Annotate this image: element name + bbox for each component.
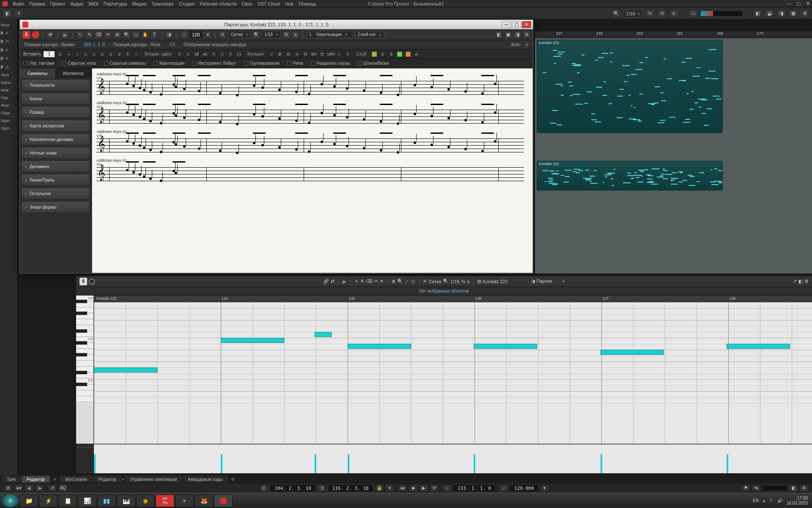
- track-row[interactable]: K: [0, 54, 17, 63]
- inspector-toggle-icon[interactable]: ◧: [3, 9, 12, 18]
- tempo-note-icon[interactable]: ♩: [499, 484, 508, 492]
- enh-natural-icon[interactable]: ♮: [219, 51, 225, 57]
- tab-symbols[interactable]: Символы: [20, 68, 56, 78]
- ke-snap-icon[interactable]: ✕: [423, 279, 427, 284]
- zoom2-icon[interactable]: 🔍: [252, 31, 260, 39]
- position-note-icon[interactable]: ♪: [442, 484, 452, 492]
- staff[interactable]: Addictive Keys 01161𝄞: [96, 101, 524, 127]
- fn-xy-icon[interactable]: X/Y: [311, 51, 317, 57]
- ke-part-select-dropdown[interactable]: Kontakt 222: [483, 279, 529, 284]
- staff[interactable]: Addictive Keys 01169𝄞: [96, 158, 524, 184]
- fn-upd-icon[interactable]: UPD: [328, 51, 334, 57]
- fn-beam-icon[interactable]: ≡: [294, 51, 300, 57]
- panel-bottom-icon[interactable]: ⬓: [765, 9, 774, 18]
- layer-3-button[interactable]: 3: [388, 51, 394, 57]
- ke-mute-icon[interactable]: ✕: [380, 279, 384, 284]
- ke-showpart-icon[interactable]: ♯: [562, 279, 565, 284]
- taskbar-notes-icon[interactable]: 📋: [58, 494, 77, 507]
- acc-line-trill[interactable]: Линия/Трель: [22, 174, 90, 186]
- filter-rhythm[interactable]: Ритм: [287, 61, 303, 66]
- punch-in-icon[interactable]: ◂|: [25, 484, 34, 492]
- menu-scores[interactable]: Партитуры: [104, 1, 127, 6]
- ke-autoscroll-icon[interactable]: ⇄: [331, 279, 335, 284]
- ke-popout-icon[interactable]: ↗: [793, 279, 797, 284]
- filter-stems[interactable]: Штили/Вязки: [358, 61, 389, 66]
- locator-left-icon[interactable]: ⊏: [259, 484, 269, 492]
- l-button[interactable]: L: [57, 51, 63, 57]
- midi-note[interactable]: [601, 350, 664, 355]
- taskbar-app3-icon[interactable]: ✦: [175, 494, 194, 507]
- track-row[interactable]: Д: [0, 63, 17, 71]
- ke-part-label-dropdown[interactable]: ◑ Партия: [531, 279, 561, 284]
- marker-icon[interactable]: ⚑: [741, 484, 750, 492]
- enh-flat-icon[interactable]: ♭: [185, 51, 191, 57]
- midi-clip[interactable]: Kontakt 222: [537, 40, 723, 133]
- filter-bars[interactable]: Упр. тактами: [23, 61, 54, 66]
- snap-type-dropdown[interactable]: Сетка: [228, 31, 250, 39]
- tab-inspector[interactable]: Инспектор: [56, 68, 92, 78]
- fn-flip-icon[interactable]: ⇵: [277, 51, 283, 57]
- punch-out-icon[interactable]: |▸: [35, 484, 44, 492]
- taskbar-eq-icon[interactable]: ▮▮: [97, 494, 116, 507]
- panel-racks-icon[interactable]: ▦: [788, 9, 798, 18]
- midi-note[interactable]: [348, 344, 411, 349]
- enh-q2-icon[interactable]: ?: [228, 51, 233, 57]
- taskbar-firefox-icon[interactable]: 🦊: [195, 494, 213, 507]
- split-tool-icon[interactable]: ✂: [104, 31, 112, 39]
- layer-l-button[interactable]: L: [397, 51, 403, 57]
- layer-a-button[interactable]: A: [414, 51, 420, 57]
- tempo-field[interactable]: 120: [189, 31, 202, 39]
- enh-no-icon[interactable]: no: [202, 51, 208, 57]
- velocity-bar[interactable]: [727, 454, 728, 473]
- punch-icon[interactable]: ●▾: [14, 484, 23, 492]
- fn-c-icon[interactable]: C': [319, 51, 325, 57]
- tab-track[interactable]: Трек: [2, 476, 21, 483]
- ke-draw-icon[interactable]: ✎: [360, 279, 364, 284]
- ke-zoom2-icon[interactable]: 🔍: [443, 279, 449, 284]
- close-icon[interactable]: ✕: [805, 1, 810, 6]
- menu-studio[interactable]: Студия: [179, 1, 195, 6]
- tab-sampler[interactable]: Управление семплером: [125, 476, 182, 483]
- arrange-ruler[interactable]: 137145153161169177: [535, 31, 812, 38]
- arrangement-area[interactable]: 137145153161169177 Kontakt 222 Kontakt 2…: [535, 31, 812, 273]
- velocity-bar[interactable]: [221, 454, 222, 473]
- note-icon[interactable]: ♪: [180, 31, 188, 39]
- hand-tool-icon[interactable]: ✋: [141, 31, 149, 39]
- layer-2-button[interactable]: 2: [380, 51, 386, 57]
- note-32nd-icon[interactable]: ♬: [108, 51, 114, 57]
- q-percent-icon[interactable]: %: [283, 31, 290, 39]
- ke-split-icon[interactable]: ⟋: [385, 279, 390, 284]
- layout-right-icon[interactable]: ◨: [513, 31, 521, 39]
- tab-chordpads[interactable]: Аккордовые пэды: [183, 476, 228, 483]
- ke-part-icon[interactable]: ▥: [477, 279, 481, 284]
- fn-minus-icon[interactable]: −: [336, 51, 342, 57]
- tray-volume-icon[interactable]: 🔊: [777, 498, 782, 503]
- locator-right-icon[interactable]: ⊐: [317, 484, 326, 492]
- track-row[interactable]: K: [0, 29, 17, 37]
- retrospective-icon[interactable]: ↺: [48, 484, 57, 492]
- note-layer-dropdown[interactable]: Слой нот: [355, 31, 384, 39]
- text-tool-icon[interactable]: T: [151, 31, 158, 39]
- enh-q1-icon[interactable]: ?: [211, 51, 217, 57]
- note-quarter-icon[interactable]: ♩: [82, 51, 88, 57]
- acc-other[interactable]: Остальное: [22, 188, 90, 199]
- play-icon[interactable]: ▶: [419, 484, 428, 492]
- sync-icon[interactable]: ⇆: [752, 484, 761, 492]
- filter-hidden-notes[interactable]: Скрытые ноты: [62, 61, 96, 66]
- velocity-bar[interactable]: [348, 454, 349, 473]
- score-sheet[interactable]: Addictive Keys 01157𝄞Addictive Keys 0116…: [92, 68, 533, 273]
- note-half-icon[interactable]: 𝅗𝅥: [74, 51, 80, 57]
- tray-clock[interactable]: 17:00 16.03.2020: [787, 496, 808, 506]
- layer-p-button[interactable]: P: [405, 51, 411, 57]
- ke-solo-button[interactable]: S: [80, 278, 87, 285]
- transpose-icon[interactable]: ◑: [165, 31, 173, 39]
- ke-line-icon[interactable]: ／: [405, 278, 409, 284]
- menu-transport[interactable]: Транспорт: [151, 1, 174, 6]
- velocity-bar[interactable]: [315, 454, 316, 473]
- color-icon[interactable]: ▭: [689, 9, 698, 18]
- left-locator-field[interactable]: 104. 2. 3. 18: [270, 484, 315, 492]
- tempo-menu-icon[interactable]: ▾: [540, 484, 549, 492]
- locator-menu-icon[interactable]: ▾: [385, 484, 395, 492]
- tab-mixconsole[interactable]: MixConsole: [60, 476, 92, 483]
- fn-hide-icon[interactable]: H: [302, 51, 308, 57]
